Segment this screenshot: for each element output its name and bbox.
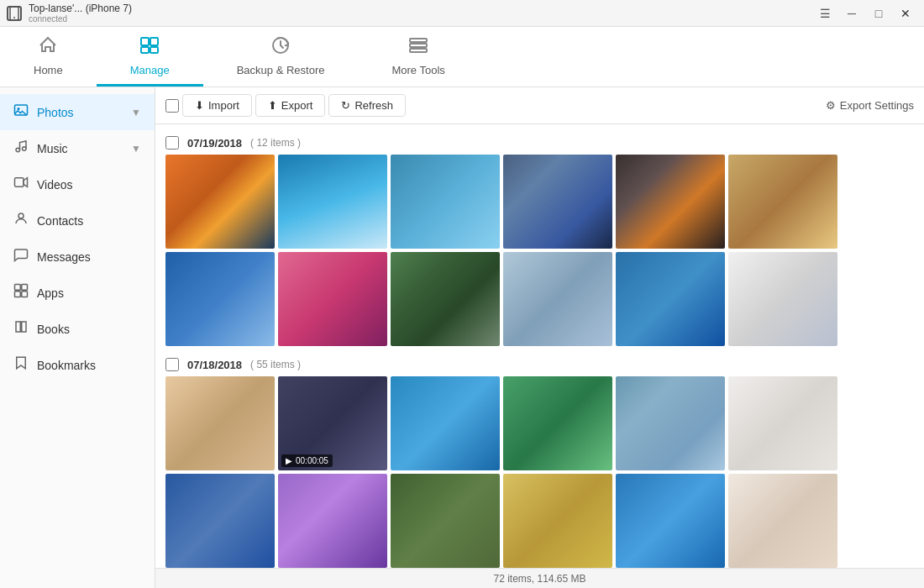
settings-gear-icon: ⚙ [826,99,836,112]
export-button[interactable]: ⬆ Export [255,94,326,117]
import-button[interactable]: ⬇ Import [182,94,252,117]
svg-rect-16 [15,285,21,291]
sidebar-apps-label: Apps [37,286,64,300]
toolbar: ⬇ Import ⬆ Export ↻ Refresh ⚙ Export Set… [155,87,924,124]
minimize-button[interactable]: ─ [840,4,864,23]
date-select-checkbox-0719[interactable] [165,136,179,150]
photo-thumb[interactable] [728,252,837,346]
photo-thumb[interactable] [391,474,500,568]
date-count-0718: ( 55 items ) [250,359,301,370]
photo-thumb[interactable] [503,252,612,346]
photos-arrow-icon: ▼ [131,107,141,118]
photo-thumb[interactable] [165,252,275,346]
main-content: Photos ▼ Music ▼ Videos Contacts [0,87,924,588]
close-button[interactable]: ✕ [894,4,917,23]
nav-home[interactable]: Home [0,27,97,87]
sidebar-photos-label: Photos [37,106,74,119]
sidebar-messages-label: Messages [37,250,91,264]
nav-tools-label: More Tools [391,64,444,76]
date-select-checkbox-0718[interactable] [165,358,179,371]
select-all-checkbox[interactable] [165,99,179,113]
photo-thumb[interactable] [728,155,837,249]
sidebar-item-music[interactable]: Music ▼ [0,130,155,166]
sidebar-item-photos[interactable]: Photos ▼ [0,94,155,130]
sidebar-item-messages[interactable]: Messages [0,239,155,275]
svg-rect-9 [410,49,427,52]
photo-thumb[interactable] [616,155,725,249]
photo-thumb[interactable] [503,474,612,568]
nav-backup[interactable]: Backup & Restore [203,27,359,87]
video-play-icon: ▶ [286,456,292,465]
photo-thumb[interactable]: ▶ 00:00:05 [278,376,387,470]
export-settings-button[interactable]: ⚙ Export Settings [826,99,914,112]
photo-thumb[interactable] [165,474,275,568]
date-section-0718: 07/18/2018 ( 55 items ) ▶ 00:00:05 [155,353,924,568]
date-header-0719: 07/19/2018 ( 12 items ) [155,131,924,155]
photo-thumb[interactable] [278,474,387,568]
svg-rect-18 [15,291,21,297]
messages-icon [13,247,29,266]
photo-thumb[interactable] [165,155,275,249]
status-text: 72 items, 114.65 MB [493,573,585,585]
date-label-0719: 07/19/2018 [187,137,242,150]
photo-thumb[interactable] [391,376,500,470]
menu-button[interactable]: ☰ [813,4,837,23]
svg-point-15 [18,213,24,218]
photo-thumb[interactable] [391,252,500,346]
svg-rect-7 [410,39,427,42]
music-arrow-icon: ▼ [131,143,141,155]
photo-thumb[interactable] [503,155,612,249]
content-area: ⬇ Import ⬆ Export ↻ Refresh ⚙ Export Set… [155,87,924,588]
photo-thumb[interactable] [616,376,725,470]
nav-tools[interactable]: More Tools [358,27,478,87]
svg-rect-14 [15,178,24,187]
books-icon [13,319,29,339]
photo-thumb[interactable] [728,376,837,470]
photo-thumb[interactable] [278,252,387,346]
svg-rect-3 [150,38,158,45]
sidebar-item-apps[interactable]: Apps [0,275,155,311]
contacts-icon [13,211,29,230]
sidebar-music-label: Music [37,142,68,155]
maximize-button[interactable]: □ [867,4,890,23]
photo-thumb[interactable] [728,474,837,568]
video-duration-badge: ▶ 00:00:05 [281,454,333,467]
photo-thumb[interactable] [616,474,725,568]
photo-thumb[interactable] [503,376,612,470]
sidebar-books-label: Books [37,323,70,336]
refresh-label: Refresh [354,99,393,112]
refresh-button[interactable]: ↻ Refresh [328,94,406,117]
export-label: Export [281,99,313,112]
photo-grid-0718: ▶ 00:00:05 [155,376,924,568]
device-icon [7,6,22,21]
import-label: Import [208,99,239,112]
device-name: Top-lanse'... (iPhone 7) [29,3,132,14]
svg-rect-17 [22,285,28,291]
music-icon [13,139,29,158]
sidebar-videos-label: Videos [37,178,73,192]
sidebar-bookmarks-label: Bookmarks [37,359,96,372]
sidebar-item-contacts[interactable]: Contacts [0,202,155,239]
title-bar-controls: ☰ ─ □ ✕ [813,4,917,23]
videos-icon [13,175,29,194]
sidebar-item-bookmarks[interactable]: Bookmarks [0,347,155,383]
backup-icon [270,35,291,60]
svg-rect-2 [141,38,149,45]
sidebar-item-videos[interactable]: Videos [0,166,155,202]
photo-thumb[interactable] [391,155,500,249]
video-duration: 00:00:05 [296,456,328,465]
svg-rect-5 [150,47,158,53]
date-header-0718: 07/18/2018 ( 55 items ) [155,353,924,376]
sidebar-item-books[interactable]: Books [0,311,155,347]
photo-grid-0719 [155,155,924,346]
nav-manage[interactable]: Manage [97,27,203,87]
svg-rect-8 [410,44,427,47]
sidebar-contacts-label: Contacts [37,214,83,228]
photo-thumb[interactable] [616,252,725,346]
date-section-0719: 07/19/2018 ( 12 items ) [155,131,924,346]
svg-point-11 [18,108,20,110]
import-icon: ⬇ [195,99,204,112]
photo-thumb[interactable] [165,376,275,470]
photo-thumb[interactable] [278,155,387,249]
nav-manage-label: Manage [130,64,170,76]
